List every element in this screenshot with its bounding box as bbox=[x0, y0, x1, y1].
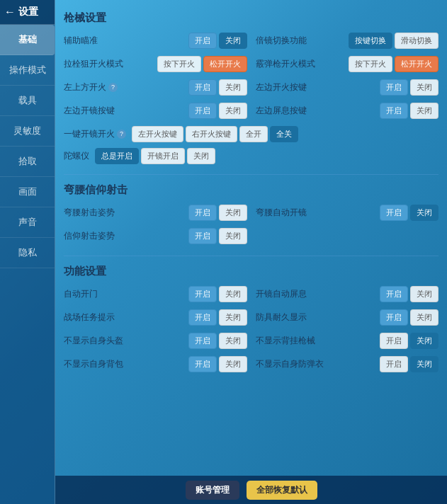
one-key-all-close-btn[interactable]: 全关 bbox=[270, 126, 298, 142]
hide-helmet-row: 不显示自身头盔 开启 关闭 bbox=[64, 333, 247, 349]
left-fire-btn-buttons: 开启 关闭 bbox=[380, 79, 438, 96]
armor-durability-off-btn[interactable]: 关闭 bbox=[410, 309, 438, 326]
hide-helmet-buttons: 开启 关闭 bbox=[188, 333, 247, 349]
reset-defaults-btn[interactable]: 全部恢复默认 bbox=[247, 481, 317, 500]
hide-vest-row: 不显示自身防弹衣 开启 关闭 bbox=[256, 356, 439, 372]
bolt-fire-row: 拉栓狙开火模式 按下开火 松开开火 bbox=[64, 56, 247, 72]
scope-key-btn[interactable]: 按键切换 bbox=[349, 33, 392, 49]
hide-back-gun-buttons: 开启 关闭 bbox=[380, 333, 438, 349]
sidebar-item-privacy[interactable]: 隐私 bbox=[0, 238, 55, 268]
left-scope-on-btn[interactable]: 开启 bbox=[188, 103, 217, 119]
gyro-always-btn[interactable]: 总是开启 bbox=[95, 148, 139, 164]
sidebar-item-operation-mode[interactable]: 操作模式 bbox=[0, 55, 55, 86]
auto-door-label: 自动开门 bbox=[64, 289, 98, 299]
shotgun-fire-label: 霰弹枪开火模式 bbox=[256, 59, 315, 69]
sidebar-item-basic[interactable]: 基础 bbox=[0, 25, 55, 55]
divider-1 bbox=[64, 174, 438, 175]
left-hold-breath-on-btn[interactable]: 开启 bbox=[380, 103, 408, 119]
sidebar-item-screen[interactable]: 画面 bbox=[0, 177, 55, 207]
gyro-off-btn[interactable]: 关闭 bbox=[187, 148, 215, 164]
hide-helmet-on-btn[interactable]: 开启 bbox=[188, 333, 217, 349]
shotgun-press-btn[interactable]: 按下开火 bbox=[349, 56, 392, 72]
left-fire-off-btn[interactable]: 关闭 bbox=[410, 79, 438, 96]
scope-switch-buttons: 按键切换 滑动切换 bbox=[349, 33, 438, 49]
armor-durability-buttons: 开启 关闭 bbox=[380, 309, 438, 326]
assist-aim-label: 辅助瞄准 bbox=[64, 35, 98, 46]
sidebar-item-vehicle[interactable]: 载具 bbox=[0, 86, 55, 116]
hide-helmet-label: 不显示自身头盔 bbox=[64, 336, 123, 346]
gun-section-title: 枪械设置 bbox=[64, 11, 438, 27]
sidebar-item-sound[interactable]: 声音 bbox=[0, 207, 55, 238]
bolt-release-btn[interactable]: 松开开火 bbox=[203, 56, 247, 72]
hide-back-gun-label: 不显示背挂枪械 bbox=[256, 336, 315, 346]
sidebar-item-sensitivity[interactable]: 灵敏度 bbox=[0, 116, 55, 147]
left-scope-btn-label: 左边开镜按键 bbox=[64, 105, 115, 116]
function-row-4: 不显示自身背包 开启 关闭 不显示自身防弹衣 开启 关闭 bbox=[64, 356, 438, 372]
armor-durability-row: 防具耐久显示 开启 关闭 bbox=[256, 309, 439, 326]
gyro-scope-btn[interactable]: 开镜开启 bbox=[141, 148, 185, 164]
gun-row-4: 左边开镜按键 开启 关闭 左边屏息按键 开启 关闭 bbox=[64, 103, 438, 119]
faith-pose-on-btn[interactable]: 开启 bbox=[188, 228, 217, 244]
gun-row-3: 左上方开火 ? 开启 关闭 左边开火按键 开启 关闭 bbox=[64, 79, 438, 96]
bolt-fire-buttons: 按下开火 松开开火 bbox=[157, 56, 247, 72]
scope-breath-label: 开镜自动屏息 bbox=[256, 289, 307, 299]
sidebar: ← 设置 基础 操作模式 载具 灵敏度 拾取 画面 声音 隐私 bbox=[0, 0, 55, 504]
left-hold-breath-off-btn[interactable]: 关闭 bbox=[410, 103, 438, 119]
assist-aim-off-btn[interactable]: 关闭 bbox=[219, 33, 247, 49]
hide-back-gun-on-btn[interactable]: 开启 bbox=[380, 333, 408, 349]
crouch-auto-scope-row: 弯腰自动开镜 开启 关闭 bbox=[256, 205, 439, 221]
faith-pose-off-btn[interactable]: 关闭 bbox=[219, 228, 247, 244]
auto-door-off-btn[interactable]: 关闭 bbox=[219, 286, 247, 302]
account-manage-btn[interactable]: 账号管理 bbox=[186, 481, 239, 500]
left-fire-btn-label: 左边开火按键 bbox=[256, 82, 307, 93]
hide-vest-on-btn[interactable]: 开启 bbox=[380, 356, 408, 372]
shotgun-release-btn[interactable]: 松开开火 bbox=[395, 56, 438, 72]
left-hold-breath-label: 左边屏息按键 bbox=[256, 105, 307, 116]
crouch-auto-scope-buttons: 开启 关闭 bbox=[380, 205, 438, 221]
scope-slide-btn[interactable]: 滑动切换 bbox=[395, 33, 438, 49]
hide-helmet-off-btn[interactable]: 关闭 bbox=[219, 333, 247, 349]
top-left-fire-buttons: 开启 关闭 bbox=[188, 79, 247, 96]
mission-tips-off-btn[interactable]: 关闭 bbox=[219, 309, 247, 326]
crouch-pose-on-btn[interactable]: 开启 bbox=[188, 205, 217, 221]
hide-backpack-off-btn[interactable]: 关闭 bbox=[219, 356, 247, 372]
auto-door-on-btn[interactable]: 开启 bbox=[188, 286, 217, 302]
mission-tips-on-btn[interactable]: 开启 bbox=[188, 309, 217, 326]
hide-back-gun-row: 不显示背挂枪械 开启 关闭 bbox=[256, 333, 439, 349]
mission-tips-buttons: 开启 关闭 bbox=[188, 309, 247, 326]
armor-durability-on-btn[interactable]: 开启 bbox=[380, 309, 408, 326]
scope-breath-on-btn[interactable]: 开启 bbox=[380, 286, 408, 302]
hide-vest-buttons: 开启 关闭 bbox=[380, 356, 438, 372]
crouch-pose-off-btn[interactable]: 关闭 bbox=[219, 205, 247, 221]
top-left-fire-help[interactable]: ? bbox=[108, 83, 118, 92]
main-content: 枪械设置 辅助瞄准 开启 关闭 倍镜切换功能 按键切换 滑动切换 拉栓狙开火模式… bbox=[55, 0, 447, 504]
top-left-fire-on-btn[interactable]: 开启 bbox=[188, 79, 217, 96]
hide-vest-off-btn[interactable]: 关闭 bbox=[410, 356, 438, 372]
hide-backpack-buttons: 开启 关闭 bbox=[188, 356, 247, 372]
assist-aim-buttons: 开启 关闭 bbox=[188, 33, 247, 49]
crouch-auto-scope-off-btn[interactable]: 关闭 bbox=[410, 205, 438, 221]
hide-back-gun-off-btn[interactable]: 关闭 bbox=[410, 333, 438, 349]
one-key-right-btn[interactable]: 右开火按键 bbox=[186, 126, 237, 142]
one-key-help[interactable]: ? bbox=[117, 130, 126, 139]
back-button[interactable]: ← bbox=[4, 6, 16, 18]
assist-aim-on-btn[interactable]: 开启 bbox=[188, 33, 217, 49]
function-section-title: 功能设置 bbox=[64, 265, 438, 280]
hide-backpack-row: 不显示自身背包 开启 关闭 bbox=[64, 356, 247, 372]
scope-switch-label: 倍镜切换功能 bbox=[256, 35, 307, 46]
scope-breath-row: 开镜自动屏息 开启 关闭 bbox=[256, 286, 439, 302]
left-scope-off-btn[interactable]: 关闭 bbox=[219, 103, 247, 119]
scope-breath-off-btn[interactable]: 关闭 bbox=[410, 286, 438, 302]
sidebar-item-pickup[interactable]: 拾取 bbox=[0, 147, 55, 177]
shotgun-fire-buttons: 按下开火 松开开火 bbox=[349, 56, 438, 72]
left-fire-on-btn[interactable]: 开启 bbox=[380, 79, 408, 96]
crouch-auto-scope-on-btn[interactable]: 开启 bbox=[380, 205, 408, 221]
auto-door-buttons: 开启 关闭 bbox=[188, 286, 247, 302]
top-left-fire-off-btn[interactable]: 关闭 bbox=[219, 79, 247, 96]
one-key-all-open-btn[interactable]: 全开 bbox=[239, 126, 268, 142]
hide-backpack-on-btn[interactable]: 开启 bbox=[188, 356, 217, 372]
bolt-press-btn[interactable]: 按下开火 bbox=[157, 56, 201, 72]
one-key-left-btn[interactable]: 左开火按键 bbox=[132, 126, 183, 142]
hide-vest-label: 不显示自身防弹衣 bbox=[256, 359, 324, 370]
left-scope-btn-buttons: 开启 关闭 bbox=[188, 103, 247, 119]
